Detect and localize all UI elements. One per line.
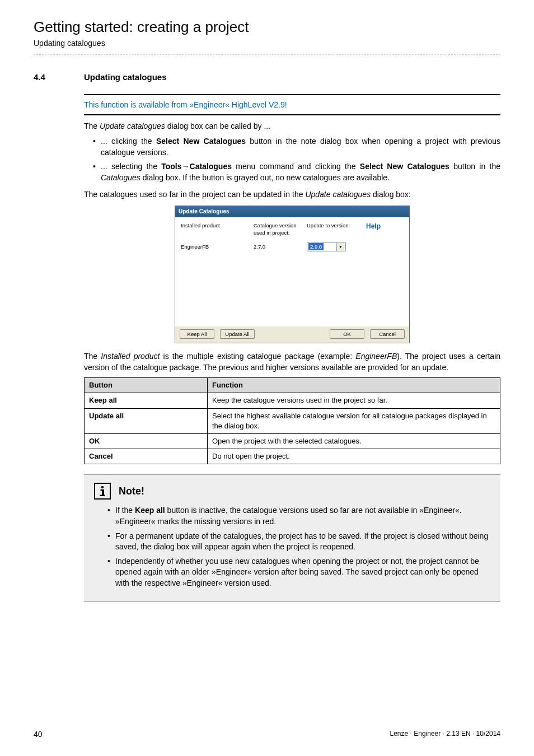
dialog-name: Update catalogues (305, 190, 371, 199)
cell-function: Select the highest available catalogue v… (208, 408, 500, 433)
example-name: EngineerFB (355, 352, 397, 361)
list-item: For a permanent update of the catalogues… (107, 531, 490, 553)
cell-button: Cancel (89, 452, 113, 460)
help-link[interactable]: Help (366, 222, 381, 230)
text: If the (115, 506, 135, 515)
column-header-update-to: Update to version: (307, 222, 363, 237)
note-title: Note! (119, 484, 144, 498)
paragraph-update-info: The catalogues used so far in the projec… (84, 189, 500, 200)
cell-function: Keep the catalogue versions used in the … (208, 393, 500, 408)
cell-button: Update all (89, 412, 124, 420)
text: ... selecting the (101, 162, 161, 171)
text: The (84, 122, 100, 130)
page-number: 40 (34, 729, 43, 740)
page-footer: 40 Lenze · Engineer · 2.13 EN · 10/2014 (34, 729, 500, 740)
dialog-name: Update catalogues (100, 122, 165, 130)
text: button in the (449, 162, 500, 171)
text: ... clicking the (101, 137, 156, 146)
update-all-button[interactable]: Update All (220, 329, 255, 339)
table-header-function: Function (208, 378, 500, 393)
button-function-table: Button Function Keep all Keep the catalo… (84, 377, 500, 464)
table-row: Update all Select the highest available … (85, 408, 500, 433)
chapter-title: Getting started: creating a project (34, 17, 500, 37)
note-box: Note! If the Keep all button is inactive… (84, 474, 500, 601)
list-item: ... clicking the Select New Catalogues b… (93, 136, 500, 158)
section-number: 4.4 (34, 71, 67, 83)
table-header-button: Button (85, 378, 208, 393)
cell-function: Do not open the project. (208, 449, 500, 464)
availability-note: This function is available from »Enginee… (84, 95, 500, 114)
rule-below-note (84, 114, 500, 115)
cell-button: Keep all (89, 396, 117, 404)
ok-button[interactable]: OK (330, 329, 364, 339)
button-ref: Select New Catalogues (360, 162, 449, 171)
chevron-down-icon: ▼ (336, 243, 344, 251)
column-header-installed-product: Installed product (181, 222, 254, 237)
arrow-icon: → (182, 162, 190, 171)
dashed-rule (34, 54, 500, 54)
term: Installed product (101, 352, 160, 361)
text: The catalogues used so far in the projec… (84, 190, 305, 199)
list-item: Independently of whether you use new cat… (107, 556, 490, 589)
section-heading: Updating catalogues (84, 71, 167, 83)
column-header-version-used: Catalogue version used in project: (254, 222, 307, 237)
cell-version-used: 2.7.0 (254, 243, 307, 250)
text: menu command and clicking the (232, 162, 360, 171)
version-select[interactable]: 2.9.0 ▼ (307, 242, 346, 251)
text: button is inactive, the catalogue versio… (115, 506, 462, 526)
text: dialog box can be called by ... (165, 122, 270, 130)
cell-product: EngineerFB (181, 243, 254, 250)
button-ref: Select New Catalogues (156, 137, 246, 146)
text: is the multiple existing catalogue packa… (160, 352, 355, 361)
cancel-button[interactable]: Cancel (370, 329, 405, 339)
text: The (84, 352, 101, 361)
dialog-titlebar: Update Catalogues (175, 206, 409, 217)
table-row: OK Open the project with the selected ca… (85, 433, 500, 449)
svg-point-0 (101, 486, 104, 489)
cell-function: Open the project with the selected catal… (208, 433, 500, 449)
menu-ref: Catalogues (190, 162, 232, 171)
text: dialog box: (371, 190, 411, 199)
paragraph-intro: The Update catalogues dialog box can be … (84, 121, 500, 132)
list-item: If the Keep all button is inactive, the … (107, 505, 490, 527)
note-list: If the Keep all button is inactive, the … (94, 505, 490, 589)
chapter-subtitle: Updating catalogues (34, 38, 500, 49)
call-methods-list: ... clicking the Select New Catalogues b… (84, 136, 500, 183)
keep-all-button[interactable]: Keep All (180, 329, 214, 339)
svg-rect-3 (100, 495, 105, 497)
info-icon (94, 483, 111, 500)
table-row: Keep all Keep the catalogue versions use… (85, 393, 500, 408)
screenshot-update-catalogues-dialog: Update Catalogues Installed product Cata… (175, 206, 410, 343)
doc-id: Lenze · Engineer · 2.13 EN · 10/2014 (390, 729, 500, 740)
table-row: Cancel Do not open the project. (85, 449, 500, 464)
text: dialog box. If the button is grayed out,… (140, 173, 390, 182)
svg-rect-2 (102, 489, 104, 495)
paragraph-installed-product: The Installed product is the multiple ex… (84, 351, 500, 373)
version-select-value: 2.9.0 (308, 243, 324, 250)
cell-button: OK (89, 437, 100, 445)
dialog-name: Catalogues (101, 173, 140, 182)
list-item: ... selecting the Tools→Catalogues menu … (93, 161, 500, 183)
button-ref: Keep all (135, 506, 165, 515)
menu-ref: Tools (161, 162, 181, 171)
